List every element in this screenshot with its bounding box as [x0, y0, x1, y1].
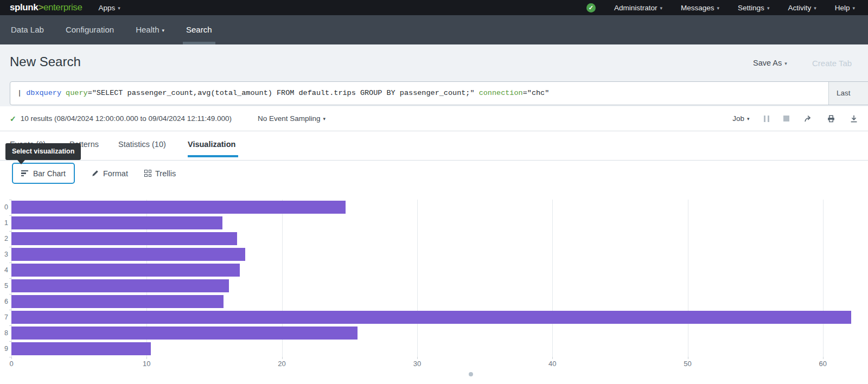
chart-bar[interactable]	[11, 216, 222, 229]
apps-menu-label: Apps	[99, 4, 116, 12]
x-axis-tick	[688, 357, 688, 359]
select-visualization-tooltip: Select visualization	[5, 143, 81, 160]
chevron-down-icon: ▾	[767, 5, 770, 11]
y-axis-tick-label: 3	[0, 248, 8, 261]
chart-bar[interactable]	[11, 342, 151, 355]
page-title: New Search	[10, 54, 81, 69]
menu-help[interactable]: Help▾	[835, 4, 855, 12]
job-menu-label: Job	[732, 114, 744, 123]
y-axis-tick	[9, 294, 11, 295]
chart-type-picker-button[interactable]: Bar Chart	[12, 163, 75, 184]
search-query-input[interactable]: | dbxquery query="SELECT passenger_count…	[10, 82, 828, 105]
chart-plot	[11, 200, 858, 357]
x-axis-tick	[146, 357, 147, 359]
trellis-label: Trellis	[155, 169, 176, 178]
x-axis-tick-label: 20	[278, 360, 285, 368]
menu-messages[interactable]: Messages▾	[681, 4, 719, 12]
app-nav-bar: Data Lab Configuration Health▾ Search	[0, 15, 868, 44]
chevron-down-icon: ▾	[660, 5, 663, 11]
active-tab-indicator	[188, 155, 238, 157]
event-sampling-menu[interactable]: No Event Sampling▾	[258, 114, 326, 123]
print-icon[interactable]	[827, 114, 835, 123]
tab-visualization[interactable]: Visualization	[188, 140, 235, 149]
share-icon[interactable]	[803, 114, 813, 123]
save-as-label: Save As	[753, 59, 782, 67]
stop-icon[interactable]	[783, 116, 789, 121]
chart-bar[interactable]	[11, 295, 224, 308]
x-axis-tick-label: 40	[548, 360, 556, 368]
nav-item-label: Data Lab	[11, 25, 44, 34]
results-summary: 10 results (08/04/2024 12:00:00.000 to 0…	[21, 114, 232, 123]
x-axis-tick-label: 0	[9, 360, 13, 368]
chart-gridline	[417, 200, 418, 357]
nav-item-label: Search	[186, 25, 212, 34]
nav-item-label: Health	[136, 25, 159, 34]
results-check-icon: ✓	[10, 114, 16, 123]
logo-product-text: enterprise	[43, 2, 82, 12]
trellis-button[interactable]: Trellis	[144, 163, 176, 184]
chart-bar[interactable]	[11, 201, 346, 214]
query-arg-key: connection	[475, 89, 523, 97]
nav-item-configuration[interactable]: Configuration	[66, 15, 114, 44]
x-axis-tick-label: 10	[143, 360, 150, 368]
chart-bar[interactable]	[11, 311, 851, 324]
chevron-down-icon: ▾	[852, 5, 855, 11]
nav-item-data-lab[interactable]: Data Lab	[11, 15, 44, 44]
query-arg-value: "chc"	[527, 89, 550, 97]
chart-bar[interactable]	[11, 232, 237, 245]
y-axis-tick-label: 7	[0, 311, 8, 324]
export-download-icon[interactable]	[850, 114, 858, 123]
pause-icon[interactable]	[764, 116, 770, 122]
query-equals: =	[88, 89, 92, 97]
y-axis-tick	[9, 247, 11, 247]
top-bar: splunk>enterprise Apps▾ ✓ Administrator▾…	[0, 0, 868, 15]
job-controls: Job▾	[732, 114, 858, 123]
x-axis-tick	[11, 357, 12, 359]
tab-statistics[interactable]: Statistics (10)	[118, 140, 166, 149]
menu-label: Messages	[681, 4, 714, 12]
format-label: Format	[103, 169, 128, 178]
y-axis-tick	[9, 341, 11, 342]
x-axis-tick-label: 60	[819, 360, 827, 368]
x-axis-tick-label: 30	[413, 360, 421, 368]
time-range-picker[interactable]: Last	[828, 82, 868, 105]
time-range-label: Last	[837, 89, 851, 97]
nav-item-health[interactable]: Health▾	[136, 15, 164, 44]
save-as-button[interactable]: Save As▾	[753, 59, 787, 67]
trellis-grid-icon	[144, 170, 151, 177]
x-axis-tick-label: 50	[684, 360, 691, 368]
chevron-down-icon: ▾	[784, 61, 787, 66]
chevron-down-icon: ▾	[717, 5, 720, 11]
chevron-down-icon: ▾	[814, 5, 816, 11]
chart-gridline	[688, 200, 688, 357]
menu-label: Administrator	[614, 4, 658, 12]
create-table-view-button: Create Tab	[812, 59, 852, 68]
health-check-icon[interactable]: ✓	[586, 3, 596, 12]
chart-bar[interactable]	[11, 327, 358, 340]
job-menu[interactable]: Job▾	[732, 114, 749, 123]
y-axis-tick	[9, 310, 11, 310]
menu-settings[interactable]: Settings▾	[738, 4, 769, 12]
query-pipe: |	[17, 89, 26, 97]
query-arg-key: query	[61, 89, 88, 97]
x-axis-tick	[417, 357, 418, 359]
y-axis-tick	[9, 357, 11, 357]
chevron-down-icon: ▾	[747, 116, 750, 121]
y-axis-tick-label: 4	[0, 264, 8, 277]
chart-bar[interactable]	[11, 264, 240, 277]
y-axis-tick-label: 8	[0, 327, 8, 340]
query-equals: =	[523, 89, 527, 97]
logo-splunk-text: splunk	[10, 2, 38, 12]
format-button[interactable]: Format	[91, 163, 128, 184]
chart-gridline	[552, 200, 553, 357]
query-arg-value: "SELECT passenger_count,avg(total_amount…	[92, 89, 475, 97]
nav-item-search[interactable]: Search	[186, 15, 212, 44]
x-axis-tick	[282, 357, 283, 359]
menu-label: Activity	[788, 4, 811, 12]
chart-bar[interactable]	[11, 248, 245, 261]
menu-administrator[interactable]: Administrator▾	[614, 4, 662, 12]
chart-bar[interactable]	[11, 279, 229, 292]
apps-menu[interactable]: Apps▾	[99, 4, 120, 12]
menu-activity[interactable]: Activity▾	[788, 4, 816, 12]
splunk-logo: splunk>enterprise	[10, 2, 82, 13]
